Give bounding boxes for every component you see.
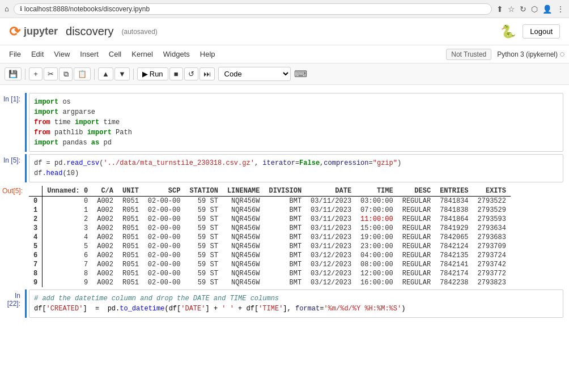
table-cell: 16:00:00 (356, 278, 398, 287)
share-icon[interactable]: ⬆ (496, 5, 503, 14)
cell-3-code[interactable]: # add the datetime column and drop the D… (29, 289, 563, 318)
table-row: 88A002R05102-00-0059 STNQR456WBMT03/12/2… (29, 269, 511, 278)
cell-2-output: Out[5]: Unnamed: 0 C/A UNIT SCP STATION … (0, 185, 569, 287)
table-cell: 7 (29, 260, 43, 269)
cell-3-border (25, 289, 27, 318)
col-linename: LINENAME (223, 186, 265, 197)
toolbar: 💾 + ✂ ⧉ 📋 ▲ ▼ ▶ Run ■ ↺ ⏭ Code Markdown … (0, 63, 569, 85)
menu-view[interactable]: View (49, 48, 74, 60)
table-row: 33A002R05102-00-0059 STNQR456WBMT03/11/2… (29, 224, 511, 233)
col-index (29, 186, 43, 197)
table-cell: 02-00-00 (143, 197, 185, 206)
cut-cell-button[interactable]: ✂ (44, 67, 58, 80)
table-cell: 8 (29, 269, 43, 278)
table-cell: R051 (118, 278, 143, 287)
table-cell: 02-00-00 (143, 215, 185, 224)
table-cell: R051 (118, 224, 143, 233)
menu-file[interactable]: File (5, 48, 26, 60)
table-cell: 2 (29, 215, 43, 224)
autosaved-label: (autosaved) (122, 28, 158, 36)
code-line: df['CREATED'] = pd.to_datetime(df['DATE'… (34, 304, 558, 314)
interrupt-button[interactable]: ■ (169, 67, 183, 80)
cell-1-code[interactable]: import os import argparse from time impo… (29, 93, 563, 152)
table-cell: R051 (118, 197, 143, 206)
table-cell: REGULAR (398, 215, 435, 224)
restart-button[interactable]: ↺ (184, 67, 198, 80)
table-cell: 7841838 (435, 206, 473, 215)
paste-cell-button[interactable]: 📋 (74, 67, 91, 80)
menu-bar: File Edit View Insert Cell Kernel Widget… (0, 45, 569, 63)
keyboard-icon[interactable]: ⌨ (294, 69, 307, 79)
table-cell: 11:00:00 (356, 215, 398, 224)
dataframe-table: Unnamed: 0 C/A UNIT SCP STATION LINENAME… (29, 186, 511, 287)
table-cell: 19:00:00 (356, 233, 398, 242)
move-up-button[interactable]: ▲ (98, 67, 113, 80)
restart-run-button[interactable]: ⏭ (199, 67, 215, 80)
table-cell: 2793772 (473, 269, 511, 278)
table-cell: R051 (118, 251, 143, 260)
logout-button[interactable]: Logout (523, 24, 560, 39)
url-bar[interactable]: ℹ localhost:8888/notebooks/discovery.ipy… (14, 3, 492, 15)
table-cell: NQR456W (223, 215, 265, 224)
table-cell: BMT (264, 260, 306, 269)
menu-icon[interactable]: ⋮ (557, 5, 564, 14)
cell-2-content[interactable]: df = pd.read_csv('../data/mta_turnstile_… (29, 154, 563, 182)
table-cell: NQR456W (223, 233, 265, 242)
menu-widgets[interactable]: Widgets (159, 48, 194, 60)
code-line: # add the datetime column and drop the D… (34, 293, 558, 304)
table-cell: 7 (43, 260, 93, 269)
table-cell: NQR456W (223, 197, 265, 206)
run-icon: ▶ (142, 70, 148, 78)
copy-cell-button[interactable]: ⧉ (59, 67, 73, 81)
table-cell: 6 (43, 251, 93, 260)
profile-icon[interactable]: 👤 (542, 5, 552, 14)
table-cell: 5 (29, 242, 43, 251)
cell-type-select[interactable]: Code Markdown Raw NBConvert Heading (218, 67, 291, 81)
notebook-title[interactable]: discovery (66, 25, 113, 38)
table-cell: 8 (43, 269, 93, 278)
table-cell: 2793724 (473, 251, 511, 260)
star-icon[interactable]: ☆ (508, 5, 515, 14)
trusted-badge[interactable]: Not Trusted (446, 49, 491, 60)
menu-cell[interactable]: Cell (104, 48, 126, 60)
cell-1-content[interactable]: import os import argparse from time impo… (29, 93, 563, 152)
browser-bar: ⌂ ℹ localhost:8888/notebooks/discovery.i… (0, 0, 569, 18)
kernel-info: Python 3 (ipykernel) (497, 50, 564, 58)
cell-3-content[interactable]: # add the datetime column and drop the D… (29, 289, 563, 318)
table-cell: 2793634 (473, 224, 511, 233)
menu-kernel[interactable]: Kernel (127, 48, 158, 60)
menu-help[interactable]: Help (196, 48, 220, 60)
table-cell: R051 (118, 215, 143, 224)
cell-1: In [1]: import os import argparse from t… (0, 93, 569, 152)
extensions-icon[interactable]: ⬡ (531, 5, 538, 14)
save-button[interactable]: 💾 (5, 67, 22, 80)
table-cell: REGULAR (398, 197, 435, 206)
menu-insert[interactable]: Insert (75, 48, 103, 60)
table-cell: 9 (43, 278, 93, 287)
table-cell: A002 (92, 278, 118, 287)
cell-2-output-border (25, 185, 27, 287)
cell-1-border (25, 93, 27, 152)
table-header-row: Unnamed: 0 C/A UNIT SCP STATION LINENAME… (29, 186, 511, 197)
refresh-icon[interactable]: ↻ (520, 5, 526, 14)
run-button[interactable]: ▶ Run (137, 67, 168, 80)
table-cell: 7841834 (435, 197, 473, 206)
table-cell: 2793823 (473, 278, 511, 287)
table-cell: A002 (92, 251, 118, 260)
home-icon[interactable]: ⌂ (5, 5, 9, 13)
col-unit: UNIT (118, 186, 143, 197)
browser-actions: ⬆ ☆ ↻ ⬡ 👤 ⋮ (496, 5, 564, 14)
cell-1-number: In [1]: (3, 95, 20, 103)
table-cell: A002 (92, 197, 118, 206)
table-cell: 5 (43, 242, 93, 251)
move-down-button[interactable]: ▼ (114, 67, 130, 80)
col-exits: EXITS (473, 186, 511, 197)
cell-2-code[interactable]: df = pd.read_csv('../data/mta_turnstile_… (29, 154, 563, 182)
menu-edit[interactable]: Edit (27, 48, 48, 60)
cell-2-out-number: Out[5]: (2, 187, 23, 195)
table-cell: BMT (264, 251, 306, 260)
add-cell-button[interactable]: + (29, 67, 43, 80)
jupyter-brand: jupyter (24, 25, 58, 37)
col-unnamed: Unnamed: 0 (43, 186, 93, 197)
kernel-status-circle (560, 52, 564, 57)
